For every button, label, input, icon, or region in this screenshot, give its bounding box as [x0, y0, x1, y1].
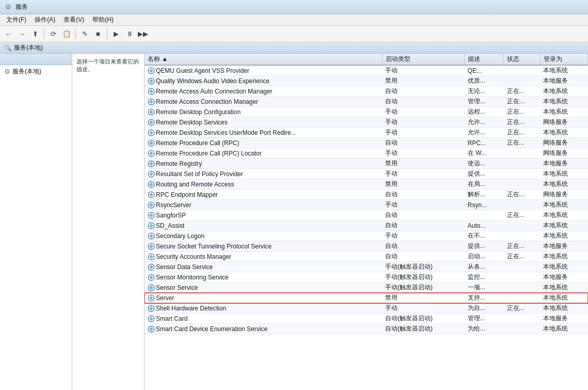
- toolbar-separator: [75, 29, 76, 39]
- cell-logon: 本地系统: [540, 97, 587, 107]
- cell-name: QEMU Guest Agent VSS Provider: [145, 65, 382, 76]
- sidebar-header: [0, 54, 72, 65]
- table-row[interactable]: Sensor Service手动(触发器启动)一项...本地系统: [145, 283, 588, 293]
- cell-status: 正在...: [504, 303, 541, 314]
- table-row[interactable]: Server禁用支持...本地系统: [145, 293, 588, 303]
- cell-desc: 允许...: [465, 117, 504, 128]
- toolbar-btn-forward[interactable]: →: [15, 28, 28, 40]
- table-row[interactable]: Remote Registry禁用使远...本地服务: [145, 159, 588, 169]
- menu-item-帮助(H)[interactable]: 帮助(H): [88, 14, 118, 25]
- cell-startup: 手动(触发器启动): [382, 283, 465, 293]
- service-name: Secondary Logon: [156, 232, 204, 240]
- svg-point-133: [150, 297, 153, 300]
- table-row[interactable]: Secure Socket Tunneling Protocol Service…: [145, 241, 588, 252]
- cell-startup: 自动: [382, 86, 465, 97]
- svg-point-61: [150, 173, 153, 176]
- service-icon: [148, 108, 155, 116]
- cell-status: 正在...: [504, 128, 541, 138]
- table-row[interactable]: RPC Endpoint Mapper自动解析...正在...网络服务: [145, 190, 588, 200]
- menu-item-文件(F)[interactable]: 文件(F): [2, 14, 30, 25]
- table-row[interactable]: QEMU Guest Agent VSS Provider手动QE...本地系统: [145, 65, 588, 76]
- toolbar-btn-copy[interactable]: 📋: [60, 28, 73, 40]
- table-row[interactable]: Remote Access Auto Connection Manager自动无…: [145, 86, 588, 97]
- service-icon: [148, 139, 155, 147]
- cell-desc: 提供...: [465, 169, 504, 179]
- svg-point-121: [150, 276, 153, 279]
- sidebar: ⚙ 服务(本地): [0, 54, 72, 390]
- table-row[interactable]: Remote Desktop Configuration手动远程...正在...…: [145, 107, 588, 117]
- cell-desc: QE...: [465, 65, 504, 76]
- cell-startup: 手动: [382, 117, 465, 128]
- cell-startup: 手动: [382, 200, 465, 210]
- service-name: Sensor Service: [156, 284, 198, 291]
- cell-desc: RPC...: [465, 138, 504, 148]
- cell-startup: 自动(触发器启动): [382, 314, 465, 324]
- table-row[interactable]: Smart Card自动(触发器启动)管理...本地服务: [145, 314, 588, 324]
- cell-desc: 在局...: [465, 179, 504, 190]
- toolbar-btn-pause[interactable]: ⏸: [123, 28, 136, 40]
- svg-point-19: [150, 100, 153, 103]
- toolbar-btn-back[interactable]: ←: [2, 28, 14, 40]
- cell-status: 正在...: [504, 241, 541, 252]
- cell-startup: 手动(触发器启动): [382, 262, 465, 272]
- toolbar: ←→⬆⟳📋✎■▶⏸▶▶: [0, 26, 588, 42]
- service-name: Remote Procedure Call (RPC): [156, 139, 239, 147]
- table-row[interactable]: Remote Procedure Call (RPC) Locator手动在 W…: [145, 148, 588, 159]
- cell-desc: 从各...: [465, 262, 504, 272]
- svg-point-139: [150, 307, 153, 310]
- table-row[interactable]: Remote Access Connection Manager自动管理...正…: [145, 97, 588, 107]
- menu-bar: 文件(F)操作(A)查看(V)帮助(H): [0, 14, 588, 26]
- table-row[interactable]: Sensor Monitoring Service手动(触发器启动)监控...本…: [145, 272, 588, 283]
- toolbar-btn-refresh[interactable]: ⟳: [47, 28, 59, 40]
- cell-logon: 本地服务: [540, 314, 587, 324]
- cell-desc: 监控...: [465, 272, 504, 283]
- table-row[interactable]: SangforSP自动正在...本地系统: [145, 210, 588, 221]
- service-name: Remote Desktop Services UserMode Port Re…: [156, 129, 296, 136]
- cell-name: Secure Socket Tunneling Protocol Service: [145, 241, 382, 252]
- table-row[interactable]: RsyncServer手动Rsyn...本地系统: [145, 200, 588, 210]
- cell-startup: 禁用: [382, 179, 465, 190]
- services-table-container[interactable]: 名称 ▲ 启动类型 描述 状态 登录为 QEMU Guest Agent VSS…: [145, 54, 588, 390]
- menu-item-查看(V)[interactable]: 查看(V): [59, 14, 88, 25]
- col-startup: 启动类型: [382, 54, 465, 65]
- cell-logon: 网络服务: [540, 190, 587, 200]
- table-row[interactable]: Secondary Logon手动在不...本地系统: [145, 231, 588, 241]
- cell-logon: 本地服务: [540, 241, 587, 252]
- sidebar-item-local[interactable]: ⚙ 服务(本地): [0, 65, 72, 78]
- toolbar-btn-up[interactable]: ⬆: [29, 28, 41, 40]
- services-tbody: QEMU Guest Agent VSS Provider手动QE...本地系统…: [145, 65, 588, 334]
- table-row[interactable]: Sensor Data Service手动(触发器启动)从各...本地系统: [145, 262, 588, 272]
- service-name: Remote Desktop Services: [156, 119, 228, 126]
- cell-name: Sensor Service: [145, 283, 382, 293]
- cell-name: Shell Hardware Detection: [145, 303, 382, 314]
- table-row[interactable]: Remote Desktop Services手动允许...正在...网络服务: [145, 117, 588, 128]
- toolbar-btn-play[interactable]: ▶: [110, 28, 122, 40]
- table-row[interactable]: Smart Card Device Enumeration Service自动(…: [145, 324, 588, 334]
- table-row[interactable]: Shell Hardware Detection手动为自...正在...本地系统: [145, 303, 588, 314]
- table-row[interactable]: Remote Procedure Call (RPC)自动RPC...正在...…: [145, 138, 588, 148]
- table-row[interactable]: Security Accounts Manager自动启动...正在...本地系…: [145, 252, 588, 262]
- toolbar-btn-properties[interactable]: ✎: [78, 28, 91, 40]
- table-row[interactable]: SD_Assist自动Auto...本地系统: [145, 221, 588, 231]
- menu-item-操作(A)[interactable]: 操作(A): [30, 14, 59, 25]
- cell-desc: 管理...: [465, 97, 504, 107]
- cell-status: 正在...: [504, 107, 541, 117]
- toolbar-btn-stop[interactable]: ■: [92, 28, 104, 40]
- cell-startup: 禁用: [382, 76, 465, 86]
- cell-startup: 禁用: [382, 159, 465, 169]
- cell-status: [504, 200, 541, 210]
- service-icon: [148, 253, 155, 260]
- table-row[interactable]: Routing and Remote Access禁用在局...本地系统: [145, 179, 588, 190]
- svg-point-97: [150, 235, 153, 238]
- cell-name: Remote Procedure Call (RPC) Locator: [145, 148, 382, 159]
- toolbar-btn-resume[interactable]: ▶▶: [137, 28, 149, 40]
- service-icon: [148, 67, 155, 74]
- table-row[interactable]: Resultant Set of Policy Provider手动提供...本…: [145, 169, 588, 179]
- cell-name: Routing and Remote Access: [145, 179, 382, 190]
- table-row[interactable]: Quality Windows Audio Video Experience禁用…: [145, 76, 588, 86]
- svg-point-13: [150, 90, 153, 93]
- cell-status: [504, 324, 541, 334]
- cell-startup: 禁用: [382, 293, 465, 303]
- table-row[interactable]: Remote Desktop Services UserMode Port Re…: [145, 128, 588, 138]
- service-icon: [148, 98, 155, 105]
